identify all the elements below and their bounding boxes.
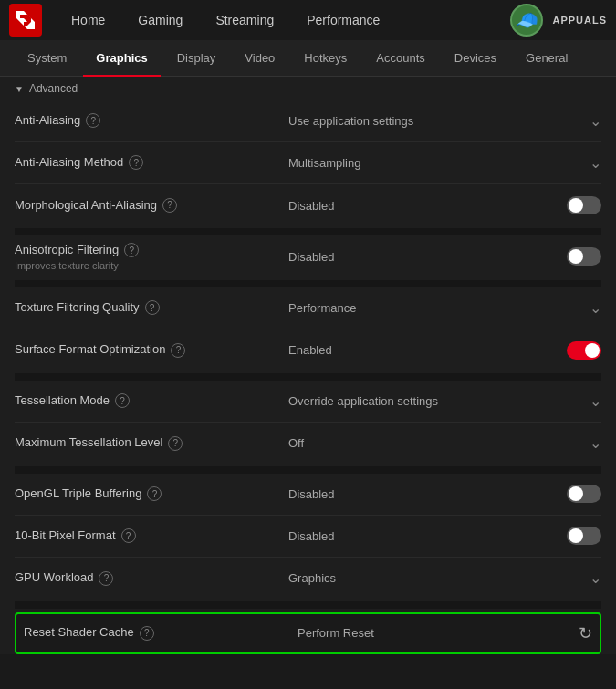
gpu-workload-help[interactable]: ? [99,571,113,586]
anisotropic-help[interactable]: ? [124,243,139,257]
setting-reset-shader-cache: Reset Shader Cache ? Perform Reset ↻ [15,612,601,654]
settings-group-2: Anisotropic Filtering ? Improves texture… [15,235,601,278]
nav-item-gaming[interactable]: Gaming [121,0,199,40]
nav-item-performance[interactable]: Performance [290,0,396,40]
setting-surface-format: Surface Format Optimization ? Enabled [15,329,601,371]
aa-method-value-col: Multisampling ⌄ [288,154,601,172]
tessellation-mode-value-col: Override application settings ⌄ [288,392,601,410]
opengl-triple-label: OpenGL Triple Buffering [15,486,141,502]
reset-shader-button[interactable]: ↻ [579,623,592,643]
texture-filtering-help[interactable]: ? [145,300,160,315]
tab-accounts[interactable]: Accounts [363,40,437,77]
10bit-pixel-toggle[interactable] [567,527,601,545]
nav-item-home[interactable]: Home [55,0,121,40]
opengl-triple-value-col: Disabled [288,485,601,503]
texture-filtering-label: Texture Filtering Quality [15,300,140,316]
reset-shader-value-col: Perform Reset ↻ [298,623,592,643]
tab-graphics[interactable]: Graphics [83,40,160,77]
setting-label-col-texture: Texture Filtering Quality ? [15,300,288,316]
texture-filtering-value-col: Performance ⌄ [288,299,601,317]
anti-aliasing-help[interactable]: ? [86,113,100,128]
setting-texture-filtering: Texture Filtering Quality ? Performance … [15,287,601,329]
tessellation-mode-dropdown[interactable]: ⌄ [590,392,601,410]
anti-aliasing-value: Use application settings [288,114,413,128]
anisotropic-sublabel: Improves texture clarity [15,260,139,271]
gpu-workload-label: GPU Workload [15,570,93,586]
tessellation-mode-value: Override application settings [288,394,438,408]
tab-system[interactable]: System [15,40,79,77]
setting-label-col-anisotropic: Anisotropic Filtering ? Improves texture… [15,243,288,271]
appuals-text: APPUALS [552,15,607,26]
surface-format-value-col: Enabled [288,341,601,360]
setting-label-col-morph-aa: Morphological Anti-Aliasing ? [15,198,288,214]
opengl-triple-toggle[interactable] [567,485,601,503]
setting-label-col-reset-shader: Reset Shader Cache ? [24,625,298,641]
anisotropic-label-group: Anisotropic Filtering ? Improves texture… [15,243,139,271]
setting-max-tessellation: Maximum Tessellation Level ? Off ⌄ [15,423,601,465]
advanced-chevron: ▼ [15,84,24,94]
aa-method-dropdown[interactable]: ⌄ [590,154,601,172]
setting-label-col-gpu-workload: GPU Workload ? [15,570,288,586]
surface-format-value: Enabled [288,343,332,357]
settings-group-1: Anti-Aliasing ? Use application settings… [15,100,601,226]
anisotropic-label: Anisotropic Filtering [15,243,119,258]
opengl-triple-value: Disabled [288,487,335,501]
gpu-workload-value-col: Graphics ⌄ [288,569,601,587]
anti-aliasing-label: Anti-Aliasing [15,113,80,129]
max-tessellation-label: Maximum Tessellation Level [15,435,162,451]
advanced-row[interactable]: ▼ Advanced [0,77,616,100]
opengl-triple-help[interactable]: ? [147,486,162,501]
tab-devices[interactable]: Devices [442,40,509,77]
surface-format-help[interactable]: ? [171,343,185,358]
setting-morphological-aa: Morphological Anti-Aliasing ? Disabled [15,184,601,226]
tab-display[interactable]: Display [164,40,229,77]
10bit-pixel-help[interactable]: ? [121,528,136,543]
aa-method-label: Anti-Aliasing Method [15,155,123,171]
setting-label-col-anti-aliasing: Anti-Aliasing ? [15,113,288,129]
tessellation-mode-help[interactable]: ? [115,393,130,408]
max-tessellation-dropdown[interactable]: ⌄ [590,434,601,452]
setting-label-col-10bit: 10-Bit Pixel Format ? [15,528,288,544]
settings-group-5: OpenGL Triple Buffering ? Disabled 10-Bi… [15,474,601,600]
setting-label-col-opengl: OpenGL Triple Buffering ? [15,486,288,502]
texture-filtering-dropdown[interactable]: ⌄ [590,299,601,317]
separator-2 [15,280,601,287]
anti-aliasing-dropdown[interactable]: ⌄ [590,112,601,130]
amd-logo [9,4,42,37]
setting-label-col-aa-method: Anti-Aliasing Method ? [15,155,288,171]
anisotropic-toggle[interactable] [567,247,601,266]
aa-method-help[interactable]: ? [129,155,143,170]
morph-aa-value: Disabled [288,199,335,213]
reset-shader-help[interactable]: ? [140,626,154,641]
setting-label-col-max-tess: Maximum Tessellation Level ? [15,435,288,451]
tab-general[interactable]: General [513,40,580,77]
surface-format-toggle[interactable] [567,341,601,360]
separator-4 [15,466,601,474]
gpu-workload-value: Graphics [288,571,336,585]
10bit-pixel-value: Disabled [288,529,335,543]
reset-shader-label: Reset Shader Cache [24,625,134,641]
10bit-pixel-value-col: Disabled [288,527,601,545]
tab-nav: System Graphics Display Video Hotkeys Ac… [0,40,616,77]
morph-aa-value-col: Disabled [288,196,601,214]
max-tessellation-value-col: Off ⌄ [288,434,601,452]
advanced-label: Advanced [29,82,78,95]
morph-aa-help[interactable]: ? [162,198,177,213]
setting-gpu-workload: GPU Workload ? Graphics ⌄ [15,558,601,600]
top-nav-items: Home Gaming Streaming Performance [55,0,505,40]
morph-aa-label: Morphological Anti-Aliasing [15,198,157,214]
separator-3 [15,373,601,381]
settings-container: Anti-Aliasing ? Use application settings… [0,100,616,654]
separator-1 [15,228,601,235]
tab-video[interactable]: Video [232,40,287,77]
setting-opengl-triple: OpenGL Triple Buffering ? Disabled [15,474,601,516]
gpu-workload-dropdown[interactable]: ⌄ [590,569,601,587]
anti-aliasing-value-col: Use application settings ⌄ [288,112,601,130]
tab-hotkeys[interactable]: Hotkeys [291,40,360,77]
max-tessellation-value: Off [288,436,304,450]
nav-item-streaming[interactable]: Streaming [199,0,290,40]
top-nav: Home Gaming Streaming Performance 🧢 APPU… [0,0,616,40]
morph-aa-toggle[interactable] [567,196,601,214]
setting-10bit-pixel: 10-Bit Pixel Format ? Disabled [15,516,601,558]
max-tessellation-help[interactable]: ? [168,436,183,451]
